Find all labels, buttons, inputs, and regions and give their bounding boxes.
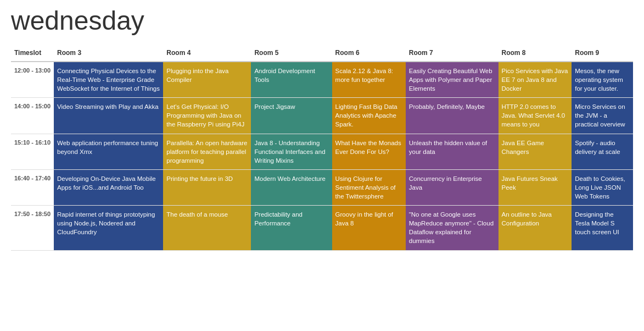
session-cell[interactable]: Groovy in the light of Java 8	[332, 206, 406, 250]
session-cell[interactable]: The death of a mouse	[163, 206, 251, 250]
column-header-room-8: Room 8	[499, 45, 572, 62]
session-cell[interactable]: Printing the future in 3D	[163, 169, 251, 205]
session-cell[interactable]: Java Futures Sneak Peek	[499, 169, 572, 205]
session-cell[interactable]: Developing On-Device Java Mobile Apps fo…	[54, 169, 163, 205]
session-cell[interactable]: Micro Services on the JVM - a practical …	[572, 98, 633, 134]
session-cell[interactable]: Web application performance tuning beyon…	[54, 134, 163, 169]
session-cell[interactable]: Pico Services with Java EE 7 on Java 8 a…	[499, 62, 572, 98]
session-cell[interactable]: Probably, Definitely, Maybe	[406, 98, 499, 134]
column-header-room-3: Room 3	[54, 45, 163, 62]
timeslot-cell: 15:10 - 16:10	[11, 134, 54, 169]
session-cell[interactable]: Video Streaming with Play and Akka	[54, 98, 163, 134]
session-cell[interactable]: Java EE Game Changers	[499, 134, 572, 169]
session-cell[interactable]: Parallella: An open hardware platform fo…	[163, 134, 251, 169]
session-cell[interactable]: Easily Creating Beautiful Web Apps with …	[406, 62, 499, 98]
schedule-table: TimeslotRoom 3Room 4Room 5Room 6Room 7Ro…	[11, 45, 633, 251]
table-row: 17:50 - 18:50Rapid internet of things pr…	[11, 206, 633, 250]
session-cell[interactable]: What Have the Monads Ever Done For Us?	[332, 134, 406, 169]
table-row: 15:10 - 16:10Web application performance…	[11, 134, 633, 169]
session-cell[interactable]: Lighting Fast Big Data Analytics with Ap…	[332, 98, 406, 134]
timeslot-cell: 12:00 - 13:00	[11, 62, 54, 98]
table-row: 12:00 - 13:00Connecting Physical Devices…	[11, 62, 633, 98]
table-row: 14:00 - 15:00Video Streaming with Play a…	[11, 98, 633, 134]
column-header-room-5: Room 5	[251, 45, 332, 62]
session-cell[interactable]: An outline to Java Configuration	[499, 206, 572, 250]
session-cell[interactable]: Spotify - audio delivery at scale	[572, 134, 633, 169]
column-header-room-6: Room 6	[332, 45, 406, 62]
session-cell[interactable]: Predictability and Performance	[251, 206, 332, 250]
session-cell[interactable]: Android Development Tools	[251, 62, 332, 98]
session-cell[interactable]: HTTP 2.0 comes to Java. What Servlet 4.0…	[499, 98, 572, 134]
session-cell[interactable]: Designing the Tesla Model S touch screen…	[572, 206, 633, 250]
page-title: wednesday	[11, 5, 633, 36]
session-cell[interactable]: Project Jigsaw	[251, 98, 332, 134]
session-cell[interactable]: Scala 2.12 & Java 8: more fun together	[332, 62, 406, 98]
session-cell[interactable]: Using Clojure for Sentiment Analysis of …	[332, 169, 406, 205]
session-cell[interactable]: Plugging into the Java Compiler	[163, 62, 251, 98]
session-cell[interactable]: Mesos, the new operating system for your…	[572, 62, 633, 98]
timeslot-cell: 14:00 - 15:00	[11, 98, 54, 134]
session-cell[interactable]: Java 8 - Understanding Functional Interf…	[251, 134, 332, 169]
session-cell[interactable]: Connecting Physical Devices to the Real-…	[54, 62, 163, 98]
session-cell[interactable]: Concurrency in Enterprise Java	[406, 169, 499, 205]
session-cell[interactable]: Unleash the hidden value of your data	[406, 134, 499, 169]
session-cell[interactable]: Death to Cookies, Long Live JSON Web Tok…	[572, 169, 633, 205]
column-header-room-9: Room 9	[572, 45, 633, 62]
timeslot-cell: 16:40 - 17:40	[11, 169, 54, 205]
session-cell[interactable]: "No one at Google uses MapReduce anymore…	[406, 206, 499, 250]
column-header-room-4: Room 4	[163, 45, 251, 62]
table-row: 16:40 - 17:40Developing On-Device Java M…	[11, 169, 633, 205]
session-cell[interactable]: Let's Get Physical: I/O Programming with…	[163, 98, 251, 134]
column-header-timeslot: Timeslot	[11, 45, 54, 62]
column-header-room-7: Room 7	[406, 45, 499, 62]
session-cell[interactable]: Modern Web Architecture	[251, 169, 332, 205]
session-cell[interactable]: Rapid internet of things prototyping usi…	[54, 206, 163, 250]
timeslot-cell: 17:50 - 18:50	[11, 206, 54, 250]
